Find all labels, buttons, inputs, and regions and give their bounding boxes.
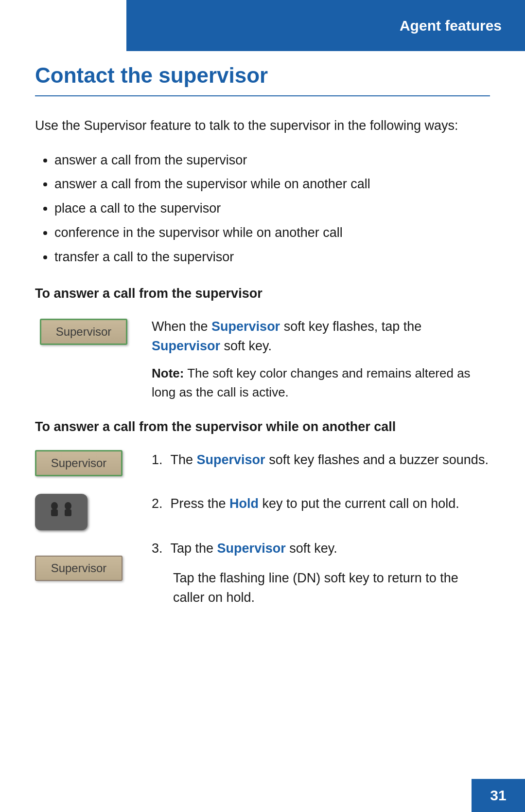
section1-step-row: Supervisor When the Supervisor soft key … [35,317,490,402]
hold-icon [47,501,76,523]
step2-image-cell [35,494,152,556]
page-number: 31 [490,787,506,804]
step1-supervisor-key: Supervisor [35,450,122,476]
list-item: conference in the supervisor while on an… [54,222,490,244]
step3-text: 3.Tap the Supervisor soft key. [152,539,337,559]
step2-text: 2.Press the Hold key to put the current … [152,494,490,514]
step2-prefix: Press the [171,496,230,511]
list-item: transfer a call to the supervisor [54,246,490,269]
step3-image-cell: Supervisor [35,556,152,599]
list-item: answer a call from the supervisor [54,149,490,172]
page-number-area: 31 [472,779,525,812]
section2-heading: To answer a call from the supervisor whi… [35,419,490,434]
section1-text: When the Supervisor soft key flashes, ta… [152,317,490,402]
svg-rect-3 [65,509,71,516]
section1-desc-middle: soft key flashes, tap the [280,319,421,334]
step1-image-cell: Supervisor [35,450,152,494]
svg-point-2 [65,502,71,510]
step1-text: 1.The Supervisor soft key flashes and a … [152,450,490,470]
list-item: answer a call from the supervisor while … [54,173,490,196]
section2-steps: Supervisor Supervisor [35,450,490,625]
section2-images: Supervisor Supervisor [35,450,152,625]
step2-hold: Hold [229,496,259,511]
feature-list: answer a call from the supervisor answer… [54,149,490,269]
step3-text-cell: 3.Tap the Supervisor soft key. Tap the f… [152,539,490,625]
section1-supervisor2: Supervisor [152,339,220,353]
section1-image: Supervisor [35,317,132,345]
step1-number: 1. [152,452,163,467]
step2-suffix: key to put the current call on hold. [259,496,459,511]
section1-note: Note: The soft key color changes and rem… [152,364,490,402]
step2-number: 2. [152,496,163,511]
header-title: Agent features [400,18,502,34]
step1-suffix: soft key flashes and a buzzer sounds. [265,452,489,467]
step3-prefix: Tap the [171,541,217,556]
page-title: Contact the supervisor [35,63,490,96]
list-item: place a call to the supervisor [54,198,490,220]
section2-texts: 1.The Supervisor soft key flashes and a … [152,450,490,625]
step3-supervisor: Supervisor [217,541,286,556]
intro-text: Use the Supervisor feature to talk to th… [35,116,490,136]
step1-supervisor: Supervisor [197,452,265,467]
step1-prefix: The [171,452,197,467]
svg-rect-1 [51,509,58,516]
step3-suffix: soft key. [286,541,337,556]
section1-desc-suffix: soft key. [220,339,272,353]
step3-number: 3. [152,541,163,556]
header-bar: Agent features [126,0,525,51]
step3-extra: Tap the flashing line (DN) soft key to r… [152,568,490,608]
section1-heading: To answer a call from the supervisor [35,286,490,301]
svg-point-0 [51,502,58,510]
section1-supervisor1: Supervisor [211,319,280,334]
supervisor-key-flash: Supervisor [40,319,127,345]
hold-key-button [35,494,88,530]
note-label: Note: [152,366,184,380]
note-text: The soft key color changes and remains a… [152,366,471,399]
section1-desc-prefix: When the [152,319,211,334]
step3-supervisor-key: Supervisor [35,556,122,581]
main-content: Contact the supervisor Use the Superviso… [0,0,525,664]
step2-text-cell: 2.Press the Hold key to put the current … [152,494,490,539]
step1-text-cell: 1.The Supervisor soft key flashes and a … [152,450,490,494]
